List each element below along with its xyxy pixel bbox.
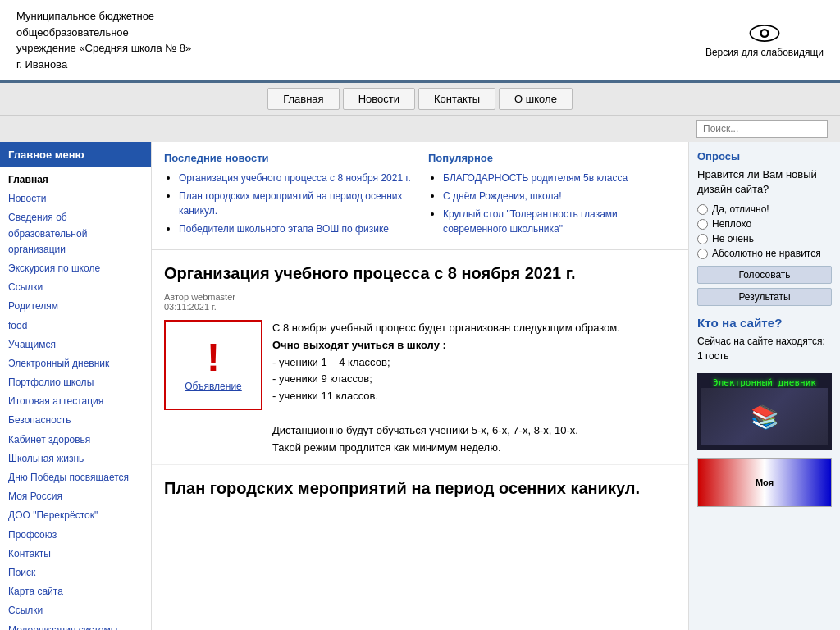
sidebar-item-crossroads[interactable]: ДОО "Перекрёсток" bbox=[0, 506, 151, 525]
sidebar-item-tour[interactable]: Экскурсия по школе bbox=[0, 259, 151, 278]
exclamation-icon: ! bbox=[207, 338, 220, 377]
poll-radio-2[interactable] bbox=[697, 219, 708, 230]
news-link-2[interactable]: План городских мероприятий на период осе… bbox=[179, 190, 403, 217]
text-list-2: - ученики 9 классов; bbox=[272, 371, 676, 388]
sidebar-menu: Главная Новости Сведения об образователь… bbox=[0, 167, 151, 630]
text-bold: Очно выходят учиться в школу : bbox=[272, 339, 446, 351]
latest-news: Последние новости Организация учебного п… bbox=[164, 152, 412, 240]
poll-question: Нравится ли Вам новый дизайн сайта? bbox=[697, 167, 832, 197]
popular-link-3[interactable]: Круглый стол "Толерантность глазами совр… bbox=[443, 208, 618, 235]
title-line4: г. Иванова bbox=[16, 58, 67, 71]
sidebar-item-russia[interactable]: Моя Россия bbox=[0, 487, 151, 506]
results-button[interactable]: Результаты bbox=[697, 288, 832, 306]
who-online-title: Кто на сайте? bbox=[697, 316, 832, 330]
sidebar-item-home[interactable]: Главная bbox=[0, 171, 151, 189]
ediary-banner[interactable]: Электронный дневник 📚 bbox=[697, 373, 832, 450]
poll-section: Опросы Нравится ли Вам новый дизайн сайт… bbox=[697, 150, 832, 306]
searchbar bbox=[0, 116, 840, 142]
sidebar-item-health[interactable]: Кабинет здоровья bbox=[0, 431, 151, 450]
article-1-date: 03:11:2021 г. bbox=[164, 302, 217, 312]
article-2: План городских мероприятий на период осе… bbox=[152, 465, 688, 511]
poll-label-3: Не очень bbox=[712, 233, 754, 244]
sidebar-item-union[interactable]: Профсоюз bbox=[0, 526, 151, 545]
latest-news-title: Последние новости bbox=[164, 152, 412, 164]
content-area: Последние новости Организация учебного п… bbox=[152, 142, 688, 630]
text-list-1: - ученики 1 – 4 классов; bbox=[272, 354, 676, 372]
sidebar-item-modernization[interactable]: Модернизация системы общего образования bbox=[0, 621, 151, 631]
popular-news: Популярное БЛАГОДАРНОСТЬ родителям 5в кл… bbox=[428, 152, 676, 240]
list-item: Организация учебного процесса с 8 ноября… bbox=[179, 171, 412, 185]
sidebar: Главное меню Главная Новости Сведения об… bbox=[0, 142, 152, 630]
text-intro: С 8 ноября учебный процесс будет организ… bbox=[272, 320, 676, 337]
list-item: БЛАГОДАРНОСТЬ родителям 5в класса bbox=[443, 171, 676, 185]
news-link-3[interactable]: Победители школьного этапа ВОШ по физике bbox=[179, 223, 389, 235]
sidebar-item-victory[interactable]: Дню Победы посвящается bbox=[0, 468, 151, 487]
sidebar-item-students[interactable]: Учащимся bbox=[0, 336, 151, 354]
article-1-image: ! Объявление bbox=[164, 320, 262, 410]
right-panel: Опросы Нравится ли Вам новый дизайн сайт… bbox=[688, 142, 840, 630]
ediary-image: 📚 bbox=[701, 388, 828, 445]
nav-home[interactable]: Главная bbox=[267, 88, 339, 110]
title-line1: Муниципальное бюджетное bbox=[16, 10, 154, 22]
poll-radio-3[interactable] bbox=[697, 234, 708, 244]
poll-option-3: Не очень bbox=[697, 233, 832, 244]
sidebar-item-search[interactable]: Поиск bbox=[0, 564, 151, 582]
article-1-meta: Автор webmaster 03:11:2021 г. bbox=[164, 292, 676, 312]
sidebar-title: Главное меню bbox=[0, 142, 151, 167]
sidebar-item-food[interactable]: food bbox=[0, 317, 151, 336]
article-1-body: ! Объявление С 8 ноября учебный процесс … bbox=[164, 320, 676, 456]
nav-contacts[interactable]: Контакты bbox=[418, 88, 495, 110]
eye-icon bbox=[748, 23, 781, 43]
search-input[interactable] bbox=[696, 120, 828, 138]
text-list-3: - ученики 11 классов. bbox=[272, 388, 676, 405]
ediary-title: Электронный дневник bbox=[701, 377, 828, 388]
news-link-1[interactable]: Организация учебного процесса с 8 ноября… bbox=[179, 172, 411, 184]
sidebar-item-ediary[interactable]: Электронный дневник bbox=[0, 354, 151, 373]
popular-link-2[interactable]: С днём Рождения, школа! bbox=[443, 190, 562, 202]
poll-radio-4[interactable] bbox=[697, 249, 708, 259]
header: Муниципальное бюджетное общеобразователь… bbox=[0, 0, 840, 83]
who-online-text: Сейчас на сайте находятся: bbox=[697, 334, 832, 349]
title-line2: общеобразовательное bbox=[16, 26, 129, 39]
sidebar-item-sitemap[interactable]: Карта сайта bbox=[0, 582, 151, 601]
sidebar-item-portfolio[interactable]: Портфолио школы bbox=[0, 373, 151, 392]
svg-point-2 bbox=[762, 30, 767, 35]
latest-news-list: Организация учебного процесса с 8 ноября… bbox=[164, 171, 412, 236]
text-distance: Дистанционно будут обучаться ученики 5-х… bbox=[272, 422, 676, 440]
article-1-text: С 8 ноября учебный процесс будет организ… bbox=[272, 320, 676, 456]
sidebar-item-links2[interactable]: Ссылки bbox=[0, 601, 151, 620]
list-item: С днём Рождения, школа! bbox=[443, 189, 676, 203]
sidebar-item-links[interactable]: Ссылки bbox=[0, 278, 151, 297]
who-online-section: Кто на сайте? Сейчас на сайте находятся:… bbox=[697, 316, 832, 363]
sidebar-item-news[interactable]: Новости bbox=[0, 189, 151, 208]
top-news-section: Последние новости Организация учебного п… bbox=[152, 142, 688, 250]
school-title: Муниципальное бюджетное общеобразователь… bbox=[16, 8, 191, 72]
popular-link-1[interactable]: БЛАГОДАРНОСТЬ родителям 5в класса bbox=[443, 172, 628, 184]
russia-banner[interactable]: Моя bbox=[697, 458, 832, 507]
popular-news-list: БЛАГОДАРНОСТЬ родителям 5в класса С днём… bbox=[428, 171, 676, 236]
poll-buttons: Голосовать Результаты bbox=[697, 266, 832, 306]
poll-radio-1[interactable] bbox=[697, 204, 708, 215]
image-caption: Объявление bbox=[185, 381, 242, 392]
article-1-author: Автор webmaster bbox=[164, 292, 235, 302]
sidebar-item-info[interactable]: Сведения об образовательной организации bbox=[0, 208, 151, 259]
sidebar-item-contacts[interactable]: Контакты bbox=[0, 545, 151, 564]
nav-about[interactable]: О школе bbox=[499, 88, 573, 110]
popular-news-title: Популярное bbox=[428, 152, 676, 164]
navbar: Главная Новости Контакты О школе bbox=[0, 83, 840, 116]
title-line3: учреждение «Средняя школа № 8» bbox=[16, 42, 191, 54]
sidebar-item-safety[interactable]: Безопасность bbox=[0, 411, 151, 430]
nav-news[interactable]: Новости bbox=[343, 88, 415, 110]
sidebar-item-attestation[interactable]: Итоговая аттестация bbox=[0, 392, 151, 411]
list-item: Круглый стол "Толерантность глазами совр… bbox=[443, 207, 676, 236]
who-online-count: 1 гость bbox=[697, 349, 832, 363]
vision-button[interactable]: Версия для слабовидящи bbox=[705, 23, 824, 58]
poll-label-4: Абсолютно не нравится bbox=[712, 248, 821, 259]
poll-title: Опросы bbox=[697, 150, 832, 162]
article-2-title: План городских мероприятий на период осе… bbox=[164, 477, 676, 499]
sidebar-item-schoollife[interactable]: Школьная жизнь bbox=[0, 450, 151, 468]
poll-label-1: Да, отлично! bbox=[712, 203, 769, 215]
main-container: Главное меню Главная Новости Сведения об… bbox=[0, 142, 840, 630]
sidebar-item-parents[interactable]: Родителям bbox=[0, 297, 151, 316]
vote-button[interactable]: Голосовать bbox=[697, 266, 832, 284]
